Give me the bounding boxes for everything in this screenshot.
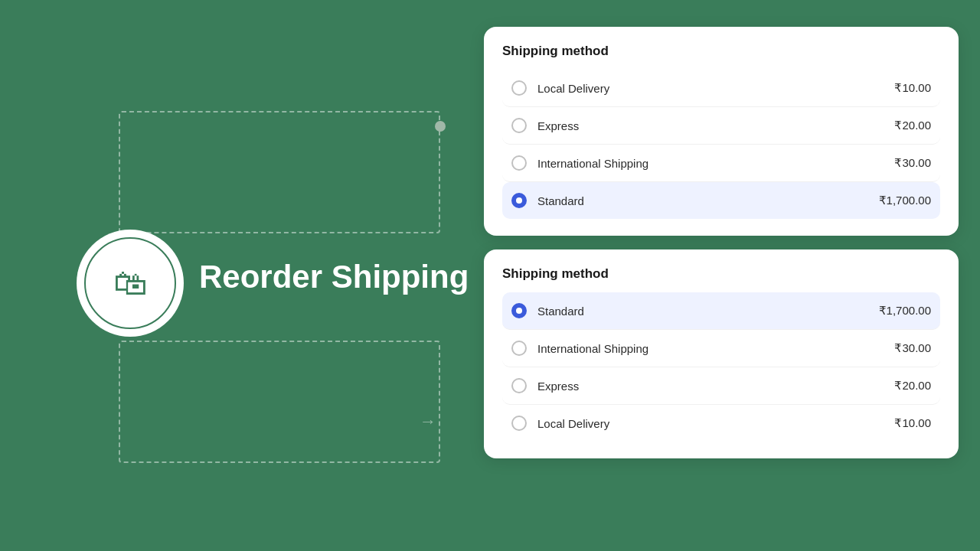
card-top-heading: Shipping method [502, 44, 940, 59]
background: ↓ → 🛍 Reorder Shipping Shipping method L… [0, 0, 980, 551]
option-bottom-standard[interactable]: Standard ₹1,700.00 [502, 292, 940, 330]
label-express-top: Express [537, 119, 894, 132]
option-bottom-local-delivery[interactable]: Local Delivery ₹10.00 [502, 405, 940, 442]
card-bottom-heading: Shipping method [502, 266, 940, 282]
label-international-bottom: International Shipping [537, 342, 894, 355]
option-top-local-delivery[interactable]: Local Delivery ₹10.00 [502, 70, 940, 107]
price-standard-top: ₹1,700.00 [879, 194, 931, 207]
dashed-rect-top [119, 111, 440, 233]
radio-standard-top[interactable] [511, 193, 527, 208]
shipping-card-top: Shipping method Local Delivery ₹10.00 Ex… [484, 27, 959, 236]
label-international-top: International Shipping [537, 157, 894, 170]
label-express-bottom: Express [537, 380, 894, 393]
radio-local-delivery-bottom[interactable] [511, 416, 527, 431]
dashed-rect-bottom [119, 341, 440, 463]
label-local-delivery-bottom: Local Delivery [537, 417, 894, 430]
option-bottom-international[interactable]: International Shipping ₹30.00 [502, 330, 940, 367]
label-standard-top: Standard [537, 194, 879, 207]
label-local-delivery-top: Local Delivery [537, 82, 894, 95]
option-top-standard[interactable]: Standard ₹1,700.00 [502, 182, 940, 219]
option-bottom-express[interactable]: Express ₹20.00 [502, 367, 940, 405]
dot-indicator [435, 121, 446, 132]
radio-express-bottom[interactable] [511, 378, 527, 393]
shipping-card-bottom: Shipping method Standard ₹1,700.00 Inter… [484, 249, 959, 458]
radio-international-top[interactable] [511, 155, 527, 171]
cards-area: Shipping method Local Delivery ₹10.00 Ex… [484, 27, 959, 458]
option-top-international[interactable]: International Shipping ₹30.00 [502, 145, 940, 182]
radio-local-delivery-top[interactable] [511, 80, 527, 96]
option-top-express[interactable]: Express ₹20.00 [502, 107, 940, 145]
radio-standard-bottom[interactable] [511, 303, 527, 318]
price-international-bottom: ₹30.00 [894, 341, 931, 355]
radio-international-bottom[interactable] [511, 341, 527, 356]
logo-inner-circle: 🛍 [84, 237, 176, 329]
radio-express-top[interactable] [511, 118, 527, 133]
arrow-right-icon: → [420, 412, 436, 432]
price-international-top: ₹30.00 [894, 156, 931, 170]
page-title: Reorder Shipping [199, 259, 469, 295]
label-standard-bottom: Standard [537, 305, 879, 318]
logo-circle: 🛍 [77, 230, 184, 337]
shopping-bag-icon: 🛍 [113, 264, 147, 302]
price-local-delivery-top: ₹10.00 [894, 81, 931, 95]
price-standard-bottom: ₹1,700.00 [879, 304, 931, 318]
price-express-top: ₹20.00 [894, 119, 931, 132]
price-local-delivery-bottom: ₹10.00 [894, 416, 931, 430]
price-express-bottom: ₹20.00 [894, 379, 931, 393]
